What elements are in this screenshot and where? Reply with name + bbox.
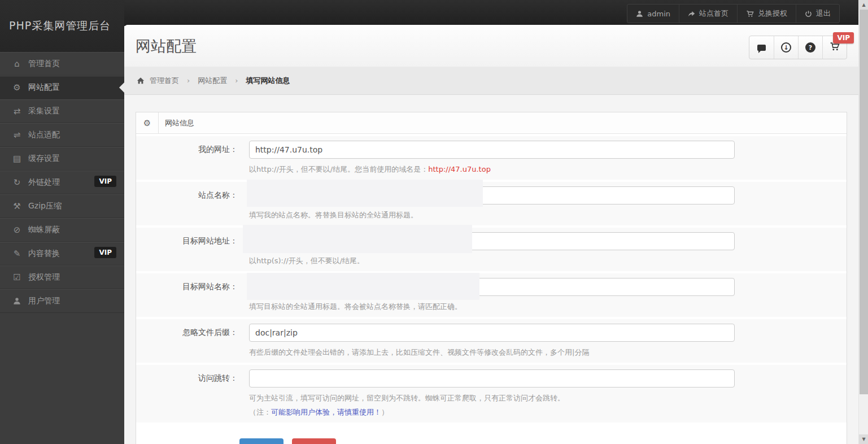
sidebar-item-auth-manage[interactable]: ☑ 授权管理 (0, 265, 124, 289)
button-row: ✔保存 ↻重置 (136, 425, 847, 444)
gear-icon: ⚙ (136, 112, 159, 133)
home-icon: ⌂ (10, 59, 24, 69)
scroll-up-button[interactable]: ▲ (859, 0, 868, 10)
refresh-icon: ↻ (10, 177, 24, 188)
topbar-item-label: 退出 (816, 8, 831, 19)
breadcrumb-separator: › (187, 76, 190, 85)
field-hint: 以http://开头，但不要以/结尾。您当前使用的域名是：http://47.u… (249, 164, 847, 175)
form-row-redirect: 访问跳转： 可为主站引流，填写可访问的网址，留空则为不跳转。蜘蛛可正常爬取，只有… (136, 365, 847, 423)
topbar-item-admin[interactable]: admin (627, 5, 679, 23)
form-row-my-url: 我的网址： 以http://开头，但不要以/结尾。您当前使用的域名是：http:… (136, 136, 847, 180)
scrollbar-thumb[interactable] (860, 10, 868, 394)
topbar-item-label: 站点首页 (699, 8, 729, 19)
scroll-down-button[interactable]: ▼ (859, 434, 868, 444)
home-icon (137, 77, 145, 85)
comment-icon (757, 45, 766, 51)
content-body: ⚙ 网站信息 我的网址： 以http://开头，但不要以/结尾。您当前使用的域名… (124, 95, 858, 444)
header-action-group: ↓ ? (749, 36, 847, 59)
redaction-patch (247, 273, 479, 300)
field-hint: 填写我的站点名称。将替换目标站的全站通用标题。 (249, 210, 847, 220)
redaction-patch (247, 180, 483, 207)
sidebar-item-site-adapt[interactable]: ⇌ 站点适配 (0, 123, 124, 147)
field-label: 我的网址： (136, 141, 249, 175)
sidebar-item-cache-settings[interactable]: ▤ 缓存设置 (0, 147, 124, 171)
active-notch (119, 82, 124, 93)
question-circle-icon: ? (805, 42, 815, 53)
collect-icon: ⇄ (10, 106, 24, 116)
cart-icon (746, 10, 754, 18)
arrow-icon (688, 10, 695, 18)
user-icon (636, 10, 643, 18)
save-button[interactable]: ✔保存 (239, 438, 283, 444)
field-hint: 有些后缀的文件处理会出错的，请添加上去，比如压缩文件、视频文件等修改会乱码的文件… (249, 347, 847, 358)
warning-link[interactable]: 可能影响用户体验，请慎重使用！ (271, 408, 381, 416)
sidebar-item-spider-block[interactable]: ⊘ 蜘蛛屏蔽 (0, 218, 124, 242)
sidebar-item-site-config[interactable]: ⚙ 网站配置 (0, 76, 124, 99)
main-content: 网站配置 ↓ ? VIP 管理首页 › 网站配置 › 填写网站信 (124, 25, 858, 444)
topbar-item-logout[interactable]: 退出 (796, 5, 839, 23)
block-icon: ⊘ (10, 225, 24, 235)
sidebar-item-gzip[interactable]: ⚒ Gzip压缩 (0, 194, 124, 218)
page-title: 网站配置 (136, 36, 197, 56)
user-icon (10, 296, 24, 306)
download-circle-icon: ↓ (781, 42, 791, 53)
sidebar-item-content-replace[interactable]: ✎ 内容替换 VIP (0, 242, 124, 265)
breadcrumb-current: 填写网站信息 (246, 76, 290, 86)
sidebar-item-collect-settings[interactable]: ⇄ 采集设置 (0, 99, 124, 123)
page-header: 网站配置 ↓ ? VIP (124, 25, 858, 67)
sidebar-item-user-manage[interactable]: 用户管理 (0, 289, 124, 313)
form-row-site-name: 站点名称： 填写我的站点名称。将替换目标站的全站通用标题。 (136, 182, 847, 225)
field-label: 访问跳转： (136, 369, 249, 417)
help-button[interactable]: ? (798, 36, 822, 59)
topbar-menu: admin 站点首页 兑换授权 退出 (627, 4, 840, 23)
panel-header: ⚙ 网站信息 (136, 112, 847, 134)
topbar-item-label: admin (647, 10, 670, 18)
pencil-icon: ✎ (10, 249, 24, 259)
folder-icon: ▤ (10, 154, 24, 164)
sidebar-item-dashboard[interactable]: ⌂ 管理首页 (0, 52, 124, 76)
topbar-item-exchange[interactable]: 兑换授权 (737, 5, 796, 23)
site-info-panel: ⚙ 网站信息 我的网址： 以http://开头，但不要以/结尾。您当前使用的域名… (136, 112, 847, 444)
vip-badge: VIP (94, 247, 116, 258)
sidebar-item-external-links[interactable]: ↻ 外链处理 VIP (0, 171, 124, 194)
vertical-scrollbar: ▲ ▼ (858, 0, 868, 444)
site-info-form: 我的网址： 以http://开头，但不要以/结尾。您当前使用的域名是：http:… (136, 134, 847, 444)
check-square-icon: ☑ (10, 272, 24, 282)
app-logo: PHP采集网管理后台 (0, 0, 124, 52)
field-hint: 可为主站引流，填写可访问的网址，留空则为不跳转。蜘蛛可正常爬取，只有正常访问才会… (249, 393, 847, 403)
field-label: 目标网站地址： (136, 232, 249, 266)
field-hint: 填写目标站的全站通用标题。将会被站点名称替换，请匹配正确。 (249, 302, 847, 312)
topbar-item-label: 兑换授权 (758, 8, 787, 19)
tools-icon: ⚒ (10, 201, 24, 211)
redaction-patch (243, 225, 472, 253)
shuffle-icon: ⇌ (10, 130, 24, 140)
vip-badge: VIP (94, 176, 116, 187)
breadcrumb: 管理首页 › 网站配置 › 填写网站信息 (124, 67, 858, 95)
power-icon (805, 10, 812, 18)
sidebar: PHP采集网管理后台 ⌂ 管理首页 ⚙ 网站配置 ⇄ 采集设置 ⇌ 站点适配 ▤… (0, 0, 124, 444)
download-button[interactable]: ↓ (774, 36, 798, 59)
vip-badge: VIP (833, 32, 854, 43)
field-hint: 以http(s)://开头，但不要以/结尾。 (249, 256, 847, 266)
topbar: admin 站点首页 兑换授权 退出 (0, 0, 858, 26)
comment-button[interactable] (749, 36, 774, 59)
field-label: 目标网站名称： (136, 278, 249, 312)
field-label: 站点名称： (136, 186, 249, 220)
redirect-input[interactable] (249, 369, 735, 388)
breadcrumb-item[interactable]: 网站配置 (198, 76, 227, 86)
topbar-item-site-home[interactable]: 站点首页 (679, 5, 737, 23)
breadcrumb-separator: › (235, 76, 238, 85)
breadcrumb-item[interactable]: 管理首页 (150, 76, 179, 86)
form-row-target-name: 目标网站名称： 填写目标站的全站通用标题。将会被站点名称替换，请匹配正确。 (136, 273, 847, 317)
form-row-ignore-ext: 忽略文件后缀： 有些后缀的文件处理会出错的，请添加上去，比如压缩文件、视频文件等… (136, 319, 847, 363)
my-url-input[interactable] (249, 141, 735, 159)
field-label: 忽略文件后缀： (136, 324, 249, 358)
reset-button[interactable]: ↻重置 (292, 438, 336, 444)
ignore-ext-input[interactable] (249, 324, 735, 342)
field-note: （注：可能影响用户体验，请慎重使用！） (249, 407, 847, 417)
current-domain-text: http://47.u7u.top (428, 165, 491, 173)
gear-icon: ⚙ (10, 82, 24, 93)
panel-title: 网站信息 (159, 112, 194, 133)
